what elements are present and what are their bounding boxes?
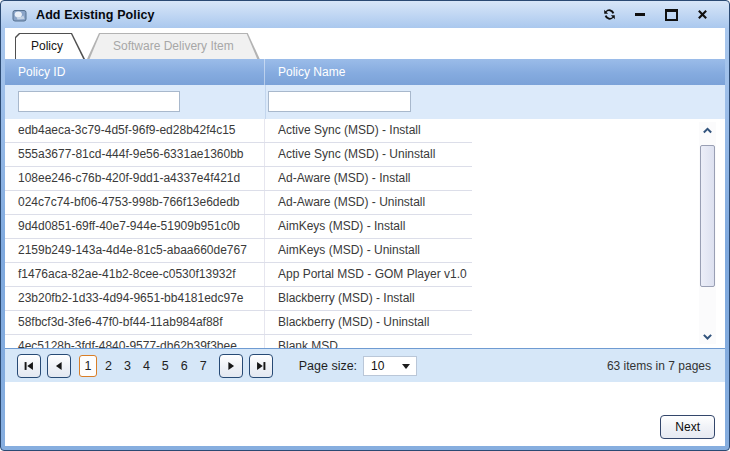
current-page-indicator[interactable]: 1 xyxy=(79,355,97,377)
titlebar: Add Existing Policy xyxy=(5,1,725,28)
policy-name-cell: AimKeys (MSD) - Install xyxy=(265,215,472,238)
dialog-content: Policy Software Delivery Item Policy ID … xyxy=(5,28,725,446)
column-header-policy-name[interactable]: Policy Name xyxy=(265,65,725,79)
policy-id-cell: 4ec5128b-3fdf-4840-9577-db62b39f3bee xyxy=(5,335,265,348)
policy-name-cell: Active Sync (MSD) - Uninstall xyxy=(265,143,472,166)
table-row[interactable]: 555a3677-81cd-444f-9e56-6331ae1360bb Act… xyxy=(5,143,472,167)
policy-name-filter-input[interactable] xyxy=(268,91,411,112)
items-summary: 63 items in 7 pages xyxy=(607,359,713,373)
maximize-icon[interactable] xyxy=(664,8,678,22)
policy-id-cell: 2159b249-143a-4d4e-81c5-abaa660de767 xyxy=(5,239,265,262)
grid-rows: edb4aeca-3c79-4d5f-96f9-ed28b42f4c15 Act… xyxy=(5,119,472,348)
policy-id-cell: 024c7c74-bf06-4753-998b-766f13e6dedb xyxy=(5,191,265,214)
first-page-icon[interactable] xyxy=(17,354,41,378)
refresh-icon[interactable] xyxy=(602,8,616,22)
table-row[interactable]: 108ee246-c76b-420f-9dd1-a4337e4f421d Ad-… xyxy=(5,167,472,191)
policy-name-cell: Blank MSD xyxy=(265,335,472,348)
close-icon[interactable] xyxy=(695,8,709,22)
policy-name-cell: Ad-Aware (MSD) - Uninstall xyxy=(265,191,472,214)
policy-name-cell: Ad-Aware (MSD) - Install xyxy=(265,167,472,190)
app-icon xyxy=(12,7,28,23)
table-row[interactable]: 23b20fb2-1d33-4d94-9651-bb4181edc97e Bla… xyxy=(5,287,472,311)
policy-id-cell: 555a3677-81cd-444f-9e56-6331ae1360bb xyxy=(5,143,265,166)
tab-policy[interactable]: Policy xyxy=(15,33,85,59)
dialog-footer: Next xyxy=(5,382,725,446)
next-button[interactable]: Next xyxy=(660,415,715,439)
page-size-select[interactable]: 10 xyxy=(363,356,417,376)
grid-body: edb4aeca-3c79-4d5f-96f9-ed28b42f4c15 Act… xyxy=(5,119,725,348)
grid-header: Policy ID Policy Name xyxy=(5,59,725,85)
policy-id-cell: 23b20fb2-1d33-4d94-9651-bb4181edc97e xyxy=(5,287,265,310)
scroll-down-icon[interactable] xyxy=(699,328,716,344)
minimize-icon[interactable] xyxy=(633,8,647,22)
page-number-link[interactable]: 5 xyxy=(156,359,175,373)
window-controls xyxy=(602,8,717,22)
policy-name-cell: Blackberry (MSD) - Install xyxy=(265,287,472,310)
scrollbar-thumb[interactable] xyxy=(700,145,715,287)
prev-page-icon[interactable] xyxy=(47,354,71,378)
policy-name-cell: Active Sync (MSD) - Install xyxy=(265,119,472,142)
table-row[interactable]: 024c7c74-bf06-4753-998b-766f13e6dedb Ad-… xyxy=(5,191,472,215)
page-number-link[interactable]: 4 xyxy=(137,359,156,373)
column-header-policy-id[interactable]: Policy ID xyxy=(5,59,265,85)
add-existing-policy-dialog: Add Existing Policy Policy xyxy=(0,0,730,451)
window-title: Add Existing Policy xyxy=(36,8,155,22)
policy-id-cell: 58fbcf3d-3fe6-47f0-bf44-11ab984af88f xyxy=(5,311,265,334)
page-number-link[interactable]: 7 xyxy=(194,359,213,373)
table-row[interactable]: 58fbcf3d-3fe6-47f0-bf44-11ab984af88f Bla… xyxy=(5,311,472,335)
table-row[interactable]: 4ec5128b-3fdf-4840-9577-db62b39f3bee Bla… xyxy=(5,335,472,348)
table-row[interactable]: f1476aca-82ae-41b2-8cee-c0530f13932f App… xyxy=(5,263,472,287)
policy-id-cell: 9d4d0851-69ff-40e7-944e-51909b951c0b xyxy=(5,215,265,238)
page-number-link[interactable]: 3 xyxy=(118,359,137,373)
dropdown-arrow-icon xyxy=(402,364,410,369)
pagination-bar: 1 2 3 4 5 6 7 Page size: 10 63 items in … xyxy=(5,348,725,382)
last-page-icon[interactable] xyxy=(249,354,273,378)
tab-software-delivery-item[interactable]: Software Delivery Item xyxy=(87,33,260,59)
vertical-scrollbar xyxy=(699,122,716,344)
tabstrip: Policy Software Delivery Item xyxy=(5,28,725,59)
scroll-up-icon[interactable] xyxy=(699,122,716,138)
page-number-link[interactable]: 2 xyxy=(99,359,118,373)
table-row[interactable]: 2159b249-143a-4d4e-81c5-abaa660de767 Aim… xyxy=(5,239,472,263)
policy-name-cell: Blackberry (MSD) - Uninstall xyxy=(265,311,472,334)
policy-id-cell: edb4aeca-3c79-4d5f-96f9-ed28b42f4c15 xyxy=(5,119,265,142)
policy-id-cell: f1476aca-82ae-41b2-8cee-c0530f13932f xyxy=(5,263,265,286)
table-row[interactable]: edb4aeca-3c79-4d5f-96f9-ed28b42f4c15 Act… xyxy=(5,119,472,143)
next-page-icon[interactable] xyxy=(219,354,243,378)
table-row[interactable]: 9d4d0851-69ff-40e7-944e-51909b951c0b Aim… xyxy=(5,215,472,239)
page-size-label: Page size: xyxy=(299,359,357,373)
policy-id-cell: 108ee246-c76b-420f-9dd1-a4337e4f421d xyxy=(5,167,265,190)
policy-name-cell: App Portal MSD - GOM Player v1.0 xyxy=(265,263,472,286)
filter-row xyxy=(5,85,725,119)
policy-name-cell: AimKeys (MSD) - Uninstall xyxy=(265,239,472,262)
policy-id-filter-input[interactable] xyxy=(18,91,180,112)
page-number-link[interactable]: 6 xyxy=(175,359,194,373)
